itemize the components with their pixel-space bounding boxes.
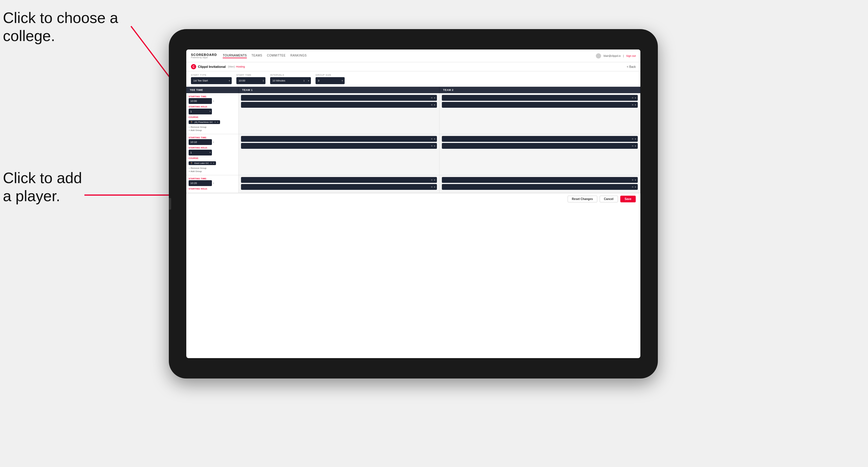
player-x-t2-btn-2-1[interactable]: ✕ <box>632 138 634 140</box>
start-time-group: Start Time ℹ <box>236 74 266 84</box>
player-x-btn-3-1[interactable]: ✕ <box>431 179 433 181</box>
player-row-2-1[interactable]: ✕ ▾ <box>241 136 437 142</box>
player-row-t2-1-1[interactable]: ✕ ▾ <box>442 95 638 101</box>
info-icon-2: ℹ <box>304 80 305 82</box>
avatar <box>596 53 601 59</box>
table-body: STARTING TIME: ℹ STARTING HOLE: 1 10 <box>186 93 640 193</box>
nav-committee[interactable]: COMMITTEE <box>267 53 286 58</box>
time-info-icon-3: ℹ <box>213 182 214 185</box>
player-row-1-1[interactable]: ✕ ▾ <box>241 95 437 101</box>
group-left-2: STARTING TIME: ℹ STARTING HOLE: 1 10 <box>186 134 239 175</box>
starting-time-label-3: STARTING TIME: <box>189 178 236 180</box>
starting-hole-label-3: STARTING HOLE: <box>189 188 236 190</box>
player-arrow-btn-3-2[interactable]: ▾ <box>434 186 435 188</box>
back-button[interactable]: < Back <box>627 65 636 68</box>
player-x-t2-btn-1-2[interactable]: ✕ <box>632 104 634 106</box>
start-type-select[interactable]: 1st Tee Start Shotgun Start <box>191 77 232 84</box>
course-label-1: COURSE: <box>189 116 236 118</box>
player-row-t2-3-2[interactable]: ✕ ▾ <box>442 184 638 190</box>
remove-group-link-2[interactable]: ○ Remove Group <box>189 167 236 169</box>
time-info-icon-2: ℹ <box>213 141 214 144</box>
course-remove-2[interactable]: ✕ <box>210 162 212 164</box>
th-tee-time: Tee Time <box>186 87 239 93</box>
course-tag-1[interactable]: 🏌 (A) Peachtree GC ✕ ▾ <box>189 120 220 124</box>
divider: | <box>623 55 624 57</box>
player-row-t2-2-2[interactable]: ✕ ▾ <box>442 143 638 149</box>
group-size-select-wrap: 3 2 4 <box>315 77 345 84</box>
course-arrow-1[interactable]: ▾ <box>217 121 218 123</box>
nav-rankings[interactable]: RANKINGS <box>290 53 307 58</box>
cancel-button[interactable]: Cancel <box>600 196 618 203</box>
starting-time-wrap-1: ℹ <box>189 98 236 104</box>
save-button[interactable]: Save <box>620 196 636 203</box>
player-row-t2-2-1[interactable]: ✕ ▾ <box>442 136 638 142</box>
player-arrow-t2-btn-1-2[interactable]: ▾ <box>635 104 636 106</box>
add-group-link-2[interactable]: + Add Group <box>189 170 236 173</box>
form-controls: Start Type 1st Tee Start Shotgun Start S… <box>186 71 640 87</box>
starting-time-wrap-3: ℹ <box>189 180 236 186</box>
player-x-t2-btn-2-2[interactable]: ✕ <box>632 145 634 147</box>
brand-sub: Powered by clippd <box>191 57 217 59</box>
starting-time-input-2[interactable] <box>189 139 212 145</box>
course-label-2: COURSE: <box>189 157 236 159</box>
intervals-group: Intervals 10 Minutes 8 Minutes 12 Minute… <box>270 74 311 84</box>
course-name-1: (A) Peachtree GC <box>194 121 213 123</box>
reset-button[interactable]: Reset Changes <box>568 196 597 203</box>
starting-hole-label-1: STARTING HOLE: <box>189 106 236 108</box>
annotation-choose-college: Click to choose a college. <box>3 9 118 45</box>
side-button[interactable] <box>169 198 171 210</box>
starting-time-label-2: STARTING TIME: <box>189 136 236 138</box>
player-row-3-1[interactable]: ✕ ▾ <box>241 177 437 183</box>
sign-out-link[interactable]: Sign out <box>626 55 636 57</box>
start-time-input[interactable] <box>236 77 266 84</box>
player-arrow-t2-btn-2-2[interactable]: ▾ <box>635 145 636 147</box>
course-arrow-2[interactable]: ▾ <box>213 162 214 164</box>
player-arrow-btn-1-2[interactable]: ▾ <box>434 104 435 106</box>
player-row-t2-3-1[interactable]: ✕ ▾ <box>442 177 638 183</box>
player-arrow-btn-2-2[interactable]: ▾ <box>434 145 435 147</box>
player-arrow-t2-btn-3-2[interactable]: ▾ <box>635 186 636 188</box>
course-remove-1[interactable]: ✕ <box>214 121 216 123</box>
player-arrow-t2-btn-3-1[interactable]: ▾ <box>635 179 636 181</box>
intervals-select-wrap: 10 Minutes 8 Minutes 12 Minutes ℹ <box>270 77 311 84</box>
tablet-screen: SCOREBOARD Powered by clippd TOURNAMENTS… <box>186 50 640 358</box>
player-arrow-btn-2-1[interactable]: ▾ <box>434 138 435 140</box>
team1-cell-3: ✕ ▾ ✕ ▾ <box>239 175 439 193</box>
th-team2: Team 2 <box>439 87 640 93</box>
starting-hole-select-1[interactable]: 1 10 <box>189 108 212 115</box>
player-x-t2-btn-3-1[interactable]: ✕ <box>632 179 634 181</box>
remove-group-link-1[interactable]: ○ Remove Group <box>189 126 236 128</box>
player-x-btn-1-1[interactable]: ✕ <box>431 97 433 99</box>
group-size-select[interactable]: 3 2 4 <box>315 77 345 84</box>
starting-time-input-3[interactable] <box>189 180 212 186</box>
player-x-t2-btn-1-1[interactable]: ✕ <box>632 97 634 99</box>
nav-teams[interactable]: TEAMS <box>251 53 262 58</box>
brand: SCOREBOARD Powered by clippd <box>191 53 217 59</box>
table-header: Tee Time Team 1 Team 2 <box>186 87 640 93</box>
player-row-t2-1-2[interactable]: ✕ ▾ <box>442 102 638 108</box>
tablet-shell: SCOREBOARD Powered by clippd TOURNAMENTS… <box>169 29 658 378</box>
group-row: STARTING TIME: ℹ STARTING HOLE: 1 10 <box>186 93 640 134</box>
add-group-link-1[interactable]: + Add Group <box>189 129 236 132</box>
user-email: blair@clippd.io <box>603 55 621 57</box>
player-x-btn-3-2[interactable]: ✕ <box>431 186 433 188</box>
player-arrow-t2-btn-1-1[interactable]: ▾ <box>635 97 636 99</box>
time-info-icon-1: ℹ <box>213 100 214 102</box>
player-x-btn-2-1[interactable]: ✕ <box>431 138 433 140</box>
player-arrow-t2-btn-2-1[interactable]: ▾ <box>635 138 636 140</box>
player-arrow-btn-1-1[interactable]: ▾ <box>434 97 435 99</box>
intervals-select[interactable]: 10 Minutes 8 Minutes 12 Minutes <box>270 77 311 84</box>
player-arrow-btn-3-1[interactable]: ▾ <box>434 179 435 181</box>
player-row-3-2[interactable]: ✕ ▾ <box>241 184 437 190</box>
start-type-select-wrap: 1st Tee Start Shotgun Start <box>191 77 232 84</box>
player-x-btn-1-2[interactable]: ✕ <box>431 104 433 106</box>
player-row-1-2[interactable]: ✕ ▾ <box>241 102 437 108</box>
starting-hole-select-2[interactable]: 1 10 <box>189 150 212 155</box>
player-row-2-2[interactable]: ✕ ▾ <box>241 143 437 149</box>
player-x-btn-2-2[interactable]: ✕ <box>431 145 433 147</box>
player-x-t2-btn-3-2[interactable]: ✕ <box>632 186 634 188</box>
group-size-label: Group Size <box>315 74 345 76</box>
course-tag-2[interactable]: 🏌 East Lake GC ✕ ▾ <box>189 161 216 165</box>
starting-time-input-1[interactable] <box>189 98 212 104</box>
nav-tournaments[interactable]: TOURNAMENTS <box>223 53 247 58</box>
